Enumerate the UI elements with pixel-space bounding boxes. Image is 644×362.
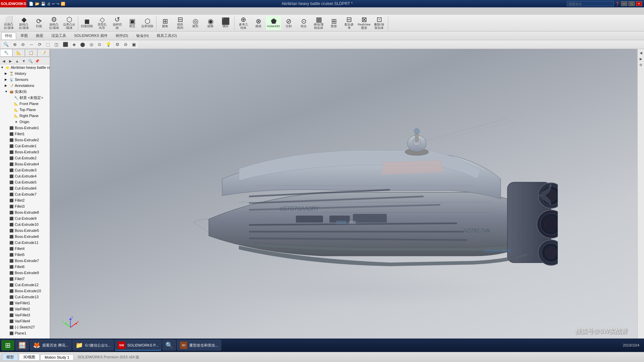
view-triad-button[interactable]: ▣ bbox=[130, 41, 138, 48]
tree-boss4-item[interactable]: ⬛ Boss-Extrude4 bbox=[0, 161, 50, 167]
shaded-button[interactable]: ⬛ bbox=[61, 41, 70, 48]
tree-cut1-item[interactable]: ⬛ Cut-Extrude1 bbox=[0, 143, 50, 149]
curves-button[interactable]: ⊗ 曲线 bbox=[251, 16, 266, 30]
tree-boss5-item[interactable]: ⬛ Boss-Extrude5 bbox=[0, 227, 50, 234]
toolbar-icon-save[interactable]: 💾 bbox=[41, 2, 46, 6]
tree-fillet4-item[interactable]: ⬛ Fillet4 bbox=[0, 246, 50, 252]
panel-down-button[interactable]: ▼ bbox=[21, 58, 27, 64]
right-settings-button[interactable]: ⚙ bbox=[638, 62, 644, 68]
tab-parts[interactable]: 樹件(D) bbox=[112, 32, 132, 39]
zoom-fit-button[interactable]: 🔍 bbox=[1, 41, 11, 48]
panel-up-button[interactable]: ▲ bbox=[14, 58, 20, 64]
move-copy-button[interactable]: ▦ 移动/复制实体 bbox=[311, 15, 326, 31]
tree-right-plane-item[interactable]: 📐 Right Plane bbox=[0, 113, 50, 119]
instant3d-button[interactable]: ⬟ Instant3D bbox=[266, 16, 281, 30]
taskbar-app-search[interactable]: 🔍 bbox=[162, 340, 176, 351]
tree-history-item[interactable]: ▶ ⏳ History bbox=[0, 70, 50, 76]
mate-reference-button[interactable]: ⊟ 配合参考 bbox=[342, 15, 356, 31]
tree-expand-annotations[interactable]: ▶ bbox=[5, 84, 9, 87]
tab-plugins[interactable]: SOLIDWORKS 插件 bbox=[70, 32, 111, 39]
close-button[interactable]: ✕ bbox=[636, 1, 642, 6]
section-view-button[interactable]: ◈ bbox=[70, 41, 78, 48]
tree-origin-item[interactable]: ✦ Origin bbox=[0, 119, 50, 125]
tree-boss7-item[interactable]: ⬛ Boss-Extrude7 bbox=[0, 258, 50, 264]
tree-cut12-item[interactable]: ⬛ Cut-Extrude12 bbox=[0, 282, 50, 288]
tree-front-plane-item[interactable]: 📐 Front Plane bbox=[0, 101, 50, 107]
tree-varfillet1-item[interactable]: ⬛ VarFillet1 bbox=[0, 300, 50, 306]
revolve-cut-button[interactable]: ◇ 异型孔向导 bbox=[95, 15, 109, 31]
toolbar-icon-rebuild[interactable]: 🔁 bbox=[61, 2, 65, 6]
taskbar-app-browser[interactable]: 🦊 观看历史·腾讯... bbox=[30, 340, 71, 351]
taskbar-app-solidworks[interactable]: SW SOLIDWORKS P... bbox=[115, 340, 161, 351]
lights-button[interactable]: 💡 bbox=[104, 41, 113, 48]
panel-tab-config[interactable]: 📋 bbox=[25, 49, 37, 57]
loft-button[interactable]: ⚙ 放样凸台/基体 bbox=[47, 15, 61, 31]
help-icon[interactable]: ❓ bbox=[615, 2, 620, 6]
start-button[interactable]: ⊞ bbox=[1, 340, 14, 351]
tree-cut2-item[interactable]: ⬛ Cut-Extrude2 bbox=[0, 155, 50, 161]
rib-button[interactable]: ◉ 拔模 bbox=[203, 16, 218, 30]
fillet-button[interactable]: ⊞ 圆角 bbox=[158, 16, 172, 30]
tab-mold[interactable]: 模具工具(O) bbox=[153, 32, 181, 39]
toolbar-icon-print[interactable]: 🖨 bbox=[47, 2, 51, 6]
panel-tab-display[interactable]: 📝 bbox=[37, 49, 50, 57]
sweep-cut-button[interactable]: ↺ 放样切除 bbox=[110, 15, 125, 31]
appearance-button[interactable]: ◎ bbox=[88, 41, 95, 48]
boundary-boss-button[interactable]: ⬡ 边界凸台/基体 bbox=[62, 15, 77, 31]
scene-button[interactable]: ⊙ bbox=[96, 41, 103, 48]
loft-cut-button[interactable]: ▣ 相交 bbox=[125, 16, 140, 30]
tree-boss10-item[interactable]: ⬛ Boss-Extrude10 bbox=[0, 288, 50, 294]
tree-boss3-item[interactable]: ⬛ Boss-Extrude3 bbox=[0, 149, 50, 155]
tree-boss2-item[interactable]: ⬛ Boss-Extrude2 bbox=[0, 137, 50, 143]
hidden-lines-button[interactable]: ◫ bbox=[52, 41, 60, 48]
tab-features[interactable]: 特征 bbox=[1, 32, 16, 39]
tree-sensors-item[interactable]: ▶ 📡 Sensors bbox=[0, 76, 50, 83]
taskbar-app-model[interactable]: 3D 重型攻击和突击... bbox=[177, 340, 221, 351]
tree-boss8-item[interactable]: ⬛ Boss-Extrude8 bbox=[0, 209, 50, 215]
tab-sketch[interactable]: 草图 bbox=[17, 32, 32, 39]
taskbar-app-explorer[interactable]: 📁 G:\微信公众\1... bbox=[72, 340, 114, 351]
panel-pin-button[interactable]: 📌 bbox=[34, 58, 40, 64]
search-commands-input[interactable] bbox=[567, 1, 614, 6]
tree-varfillet4-item[interactable]: ⬛ VarFillet4 bbox=[0, 318, 50, 324]
tree-cut5-item[interactable]: ⬛ Cut-Extrude5 bbox=[0, 179, 50, 185]
tree-top-plane-item[interactable]: 📐 Top Plane bbox=[0, 107, 50, 113]
toolbar-icon-redo[interactable]: ↪ bbox=[56, 2, 59, 6]
linear-pattern-button[interactable]: ⊟ 线性阵列 bbox=[173, 15, 188, 31]
panel-tab-feature-tree[interactable]: 🔧 bbox=[0, 49, 12, 57]
panel-search-button[interactable]: 🔍 bbox=[28, 58, 34, 64]
tree-sketch27-item[interactable]: ⬛ (-) Sketch27 bbox=[0, 324, 50, 330]
toolbar-icon-undo[interactable]: ↩ bbox=[52, 2, 55, 6]
boundary-cut-button[interactable]: ⬡ 边界切除 bbox=[140, 16, 155, 30]
mirror-button[interactable]: ◎ 抽壳 bbox=[188, 16, 203, 30]
apply-scene-button[interactable]: ⊘ bbox=[122, 41, 130, 48]
minimize-button[interactable]: — bbox=[621, 1, 627, 6]
tree-solid-bodies-item[interactable]: ▼ 📦 实体(9) bbox=[0, 89, 50, 95]
tree-boss6-item[interactable]: ⬛ Boss-Extrude6 bbox=[0, 234, 50, 240]
rotate-button[interactable]: ⟳ bbox=[36, 41, 44, 48]
tab-sheetmetal[interactable]: 钣金(H) bbox=[133, 32, 152, 39]
tree-annotations-item[interactable]: ▶ 📝 Annotations bbox=[0, 83, 50, 89]
toolbar-icon-open[interactable]: 📂 bbox=[35, 2, 40, 6]
right-collapse-button[interactable]: ◀ bbox=[638, 50, 644, 56]
status-tab-model[interactable]: 模型 bbox=[2, 354, 18, 361]
realview-button[interactable]: ⊠ RealView图形 bbox=[357, 15, 371, 31]
tree-cut7-item[interactable]: ⬛ Cut-Extrude7 bbox=[0, 191, 50, 197]
tree-fillet1-item[interactable]: ⬛ Fillet1 bbox=[0, 131, 50, 137]
status-tab-3dview[interactable]: 3D视图 bbox=[19, 354, 40, 361]
panel-expand-button[interactable]: ▶ bbox=[7, 58, 13, 64]
tree-fillet7-item[interactable]: ⬛ Fillet7 bbox=[0, 276, 50, 282]
zoom-out-button[interactable]: ⊖ bbox=[19, 41, 27, 48]
tree-cut9-item[interactable]: ⬛ Cut-Extrude9 bbox=[0, 215, 50, 221]
tree-expand-history[interactable]: ▶ bbox=[5, 72, 9, 75]
reference-geometry-button[interactable]: ⊕ 参考几何体 bbox=[236, 15, 251, 31]
tree-cut6-item[interactable]: ⬛ Cut-Extrude6 bbox=[0, 185, 50, 191]
tree-fillet2-item[interactable]: ⬛ Fillet2 bbox=[0, 197, 50, 203]
tree-boss1-item[interactable]: ⬛ Boss-Extrude1 bbox=[0, 125, 50, 131]
tree-root-item[interactable]: ▼ ⭐ Akritirian heavy battle crui bbox=[0, 64, 50, 70]
tab-render[interactable]: 渲染工具 bbox=[48, 32, 70, 39]
tree-cut11-item[interactable]: ⬛ Cut-Extrude11 bbox=[0, 240, 50, 246]
graphics-button[interactable]: ⊞ 图形 bbox=[327, 16, 341, 30]
combine-button[interactable]: ⊙ 组合 bbox=[296, 16, 311, 30]
tree-cut4-item[interactable]: ⬛ Cut-Extrude4 bbox=[0, 173, 50, 179]
